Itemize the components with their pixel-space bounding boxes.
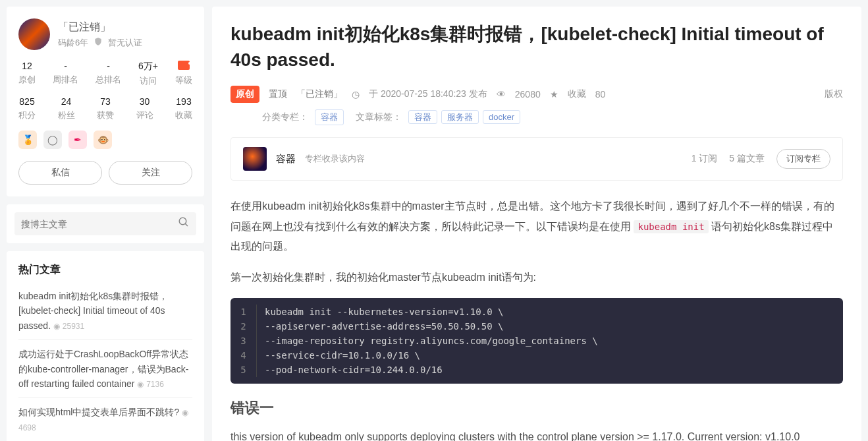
eye-icon: ◉ bbox=[137, 380, 144, 389]
error-heading: 错误一 bbox=[231, 398, 843, 418]
stat-item[interactable]: 12原创 bbox=[18, 61, 36, 87]
code-line: 4--service-cidr=10.1.0.0/16 \ bbox=[231, 348, 843, 363]
paragraph: 第一次初始化集群时，我的初始化master节点kubeadm init语句为: bbox=[231, 268, 843, 287]
article-tag[interactable]: 服务器 bbox=[441, 110, 479, 124]
star-icon: ★ bbox=[550, 89, 558, 100]
article-tag[interactable]: docker bbox=[483, 110, 520, 124]
code-line: 3--image-repository registry.aliyuncs.co… bbox=[231, 334, 843, 348]
pin-label: 置顶 bbox=[269, 88, 287, 100]
hot-article-item[interactable]: 如何实现html中提交表单后界面不跳转? ◉ 4698 bbox=[18, 397, 192, 441]
code-line: 1kubeadm init --kubernetes-version=v1.10… bbox=[231, 298, 843, 319]
code-line: 2--apiserver-advertise-address=50.50.50.… bbox=[231, 319, 843, 334]
code-block: 1kubeadm init --kubernetes-version=v1.10… bbox=[231, 298, 843, 384]
column-box: 容器 专栏收录该内容 1 订阅 5 篇文章 订阅专栏 bbox=[231, 137, 843, 181]
medal-icon[interactable]: 🏅 bbox=[18, 131, 37, 149]
github-icon[interactable]: ◯ bbox=[43, 131, 62, 149]
column-icon[interactable] bbox=[243, 147, 267, 171]
hot-articles-card: 热门文章 kubeadm init初始化k8s集群时报错，[kubelet-ch… bbox=[7, 251, 204, 441]
tags-row: 分类专栏： 容器 文章标签： 容器服务器docker bbox=[262, 109, 843, 125]
publish-time: 于 2020-07-25 18:40:23 发布 bbox=[369, 88, 487, 100]
stat-item[interactable]: 825积分 bbox=[18, 96, 36, 121]
intro-paragraph: 在使用kubeadm init初始化k8s集群中的master主节点时，总是出错… bbox=[231, 196, 843, 256]
page-title: kubeadm init初始化k8s集群时报错，[kubelet-check] … bbox=[231, 21, 843, 73]
category-label: 分类专栏： bbox=[262, 111, 308, 123]
stat-item[interactable]: 等级 bbox=[175, 61, 192, 87]
profile-card: 「已注销」 码龄6年 暂无认证 12原创-周排名-总排名6万+访问等级 825积… bbox=[7, 7, 204, 196]
svg-point-0 bbox=[179, 218, 186, 225]
article-meta: 原创 置顶 「已注销」 ◷ 于 2020-07-25 18:40:23 发布 👁… bbox=[231, 86, 843, 103]
view-count: 26080 bbox=[515, 89, 541, 100]
search-input[interactable] bbox=[21, 219, 178, 229]
hot-article-item[interactable]: kubeadm init初始化k8s集群时报错，[kubelet-check] … bbox=[18, 286, 192, 339]
copyright-link[interactable]: 版权 bbox=[825, 88, 843, 100]
avatar[interactable] bbox=[18, 18, 50, 50]
hot-title: 热门文章 bbox=[18, 263, 192, 277]
eye-icon: ◉ bbox=[53, 322, 60, 331]
stat-item[interactable]: 6万+访问 bbox=[138, 61, 158, 87]
stat-item[interactable]: -总排名 bbox=[95, 61, 121, 87]
original-badge: 原创 bbox=[231, 86, 259, 103]
column-subs: 1 订阅 bbox=[692, 153, 718, 165]
search-icon[interactable] bbox=[178, 216, 190, 231]
fav-count: 80 bbox=[595, 89, 606, 100]
author-link[interactable]: 「已注销」 bbox=[296, 88, 342, 100]
stat-item[interactable]: 73获赞 bbox=[97, 96, 114, 121]
stat-item[interactable]: -周排名 bbox=[53, 61, 78, 87]
subscribe-button[interactable]: 订阅专栏 bbox=[776, 149, 830, 169]
column-count: 5 篇文章 bbox=[729, 153, 765, 165]
article-main: kubeadm init初始化k8s集群时报错，[kubelet-check] … bbox=[212, 7, 861, 441]
stat-item[interactable]: 193收藏 bbox=[175, 96, 192, 121]
badge-icon[interactable]: 🐵 bbox=[94, 131, 112, 149]
eye-icon: 👁 bbox=[497, 89, 506, 100]
level-flag-icon bbox=[178, 61, 190, 70]
svg-line-1 bbox=[185, 223, 188, 226]
medals-row: 🏅 ◯ ✒ 🐵 bbox=[18, 131, 192, 149]
clock-icon: ◷ bbox=[352, 89, 360, 100]
article-content: 在使用kubeadm init初始化k8s集群中的master主节点时，总是出错… bbox=[231, 196, 843, 441]
fav-label[interactable]: 收藏 bbox=[568, 88, 586, 100]
stat-item[interactable]: 24粉丝 bbox=[58, 96, 75, 121]
cert-label: 暂无认证 bbox=[108, 37, 142, 49]
column-desc: 专栏收录该内容 bbox=[305, 153, 365, 165]
profile-name[interactable]: 「已注销」 bbox=[58, 20, 142, 34]
tag-label: 文章标签： bbox=[356, 111, 402, 123]
category-tag[interactable]: 容器 bbox=[315, 109, 344, 125]
shield-icon bbox=[94, 37, 103, 48]
code-age: 码龄6年 bbox=[58, 37, 88, 49]
hot-article-item[interactable]: 成功运行处于CrashLoopBackOff异常状态的kube-controll… bbox=[18, 339, 192, 397]
error-text: this version of kubeadm only supports de… bbox=[231, 427, 843, 441]
stat-item[interactable]: 30评论 bbox=[136, 96, 153, 121]
search-box bbox=[14, 212, 196, 235]
column-name[interactable]: 容器 bbox=[276, 153, 296, 165]
inline-code: kubeadm init bbox=[634, 220, 708, 233]
article-tag[interactable]: 容器 bbox=[408, 110, 437, 124]
code-line: 5--pod-network-cidr=10.244.0.0/16 bbox=[231, 363, 843, 384]
message-button[interactable]: 私信 bbox=[18, 161, 102, 185]
pen-icon[interactable]: ✒ bbox=[68, 131, 87, 149]
follow-button[interactable]: 关注 bbox=[109, 161, 192, 185]
eye-icon: ◉ bbox=[182, 408, 188, 417]
